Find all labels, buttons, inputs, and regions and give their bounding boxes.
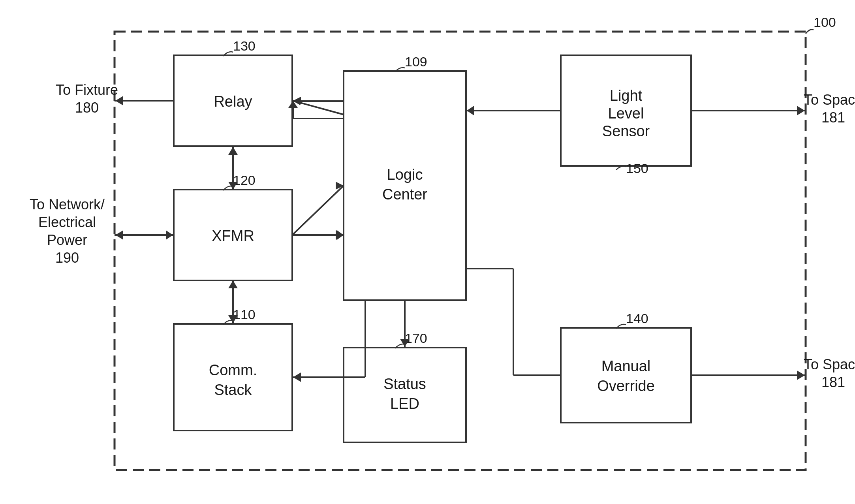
manual-override-label-line2: Override [597, 378, 655, 394]
to-space-top-label-line1: To Space [804, 92, 855, 108]
arrowhead-sensor-logic [467, 106, 474, 115]
to-space-top-label-line2: 181 [821, 109, 845, 126]
comm-stack-label-line1: Comm. [209, 362, 257, 378]
arrowhead-logic-commstack [293, 372, 301, 382]
light-sensor-label-line3: Sensor [602, 123, 650, 139]
to-network-label-line3: Power [47, 232, 87, 248]
light-sensor-label-line1: Light [610, 87, 643, 104]
logic-center-label-line2: Center [382, 186, 427, 203]
logic-center-ref: 109 [405, 54, 427, 69]
arrowhead-commstack-down [228, 280, 238, 288]
xfmr-label: XFMR [212, 228, 254, 244]
arrowhead-xfmr-relay-up [228, 147, 238, 155]
logic-center-label-line1: Logic [387, 166, 423, 183]
comm-stack-label-line2: Stack [214, 382, 252, 398]
status-led-block [344, 348, 466, 442]
to-space-bottom-label-line1: To Space [804, 356, 855, 372]
status-led-ref: 170 [405, 331, 427, 346]
relay-ref: 130 [233, 38, 256, 53]
arrowhead-power-in [166, 230, 173, 240]
system-ref-label: 100 [814, 15, 836, 30]
status-led-label-line1: Status [383, 376, 426, 392]
comm-stack-ref: 110 [233, 307, 256, 322]
xfmr-ref: 120 [233, 173, 256, 188]
manual-override-ref: 140 [626, 311, 648, 326]
arrowhead-xfmr-logic [336, 230, 343, 240]
manual-override-label-line1: Manual [601, 358, 651, 374]
relay-label: Relay [214, 93, 252, 110]
manual-override-block [561, 328, 691, 423]
logic-center-block [344, 71, 466, 300]
light-sensor-label-line2: Level [608, 105, 644, 122]
svg-line-1 [292, 186, 344, 235]
status-led-label-line2: LED [390, 395, 419, 412]
to-fixture-label-line1: To Fixture [56, 82, 118, 98]
to-network-label-line1: To Network/ [30, 196, 105, 213]
arrowhead-power [115, 230, 123, 240]
to-network-label-line2: Electrical [38, 214, 96, 230]
to-network-label-line4: 190 [55, 250, 79, 266]
to-space-bottom-label-line2: 181 [821, 374, 845, 390]
diagram-container: 100 Relay 130 XFMR 120 Comm. Stack 110 L… [0, 0, 855, 504]
to-fixture-label-line2: 180 [75, 100, 99, 116]
light-sensor-ref: 150 [626, 161, 648, 176]
